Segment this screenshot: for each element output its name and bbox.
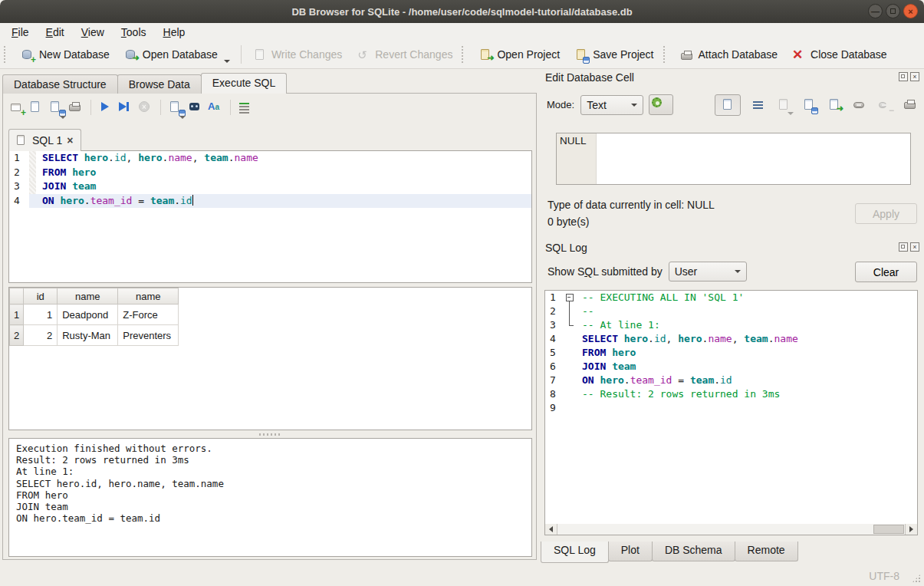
attach-database-button[interactable]: Attach Database: [672, 43, 785, 66]
code-line: 1-- EXECUTING ALL IN 'SQL 1': [545, 291, 917, 305]
tab-plot[interactable]: Plot: [608, 542, 653, 561]
code-line: 4SELECT hero.id, hero.name, team.name: [545, 332, 917, 346]
column-header-name1[interactable]: name: [58, 288, 118, 305]
code-line: 9: [545, 401, 917, 415]
export-cell-icon[interactable]: ➜: [827, 97, 842, 113]
cell-id[interactable]: 1: [24, 305, 58, 325]
code-line: 6JOIN team: [545, 360, 917, 374]
new-database-button[interactable]: + New Database: [13, 43, 117, 66]
menu-edit[interactable]: Edit: [38, 25, 73, 40]
close-button[interactable]: ×: [903, 4, 918, 18]
toolbar-handle[interactable]: [4, 46, 9, 63]
results-table[interactable]: id name name 1 1 Deadpond Z-Force 2 2 Ru…: [9, 288, 179, 346]
resize-grip[interactable]: [912, 574, 921, 583]
cell-team-name[interactable]: Z-Force: [118, 305, 179, 325]
menu-tools[interactable]: Tools: [113, 25, 155, 40]
tab-remote[interactable]: Remote: [735, 542, 798, 561]
sql-tab-label: SQL 1: [32, 134, 62, 146]
splitter-handle[interactable]: [8, 432, 532, 437]
titlebar[interactable]: DB Browser for SQLite - /home/user/code/…: [0, 0, 924, 23]
open-database-button[interactable]: ➜ Open Database: [117, 43, 237, 66]
toolbar-handle[interactable]: [462, 46, 467, 63]
column-header-name2[interactable]: name: [118, 288, 179, 305]
dock-float-icon[interactable]: [899, 72, 908, 81]
corner-header[interactable]: [10, 288, 24, 305]
tab-database-structure[interactable]: Database Structure: [2, 74, 118, 94]
dock-close-icon[interactable]: ×: [910, 242, 919, 252]
clear-log-button[interactable]: Clear: [855, 262, 917, 282]
open-database-dropdown-icon[interactable]: [224, 60, 230, 63]
maximize-button[interactable]: [886, 4, 900, 18]
row-header[interactable]: 1: [10, 305, 24, 325]
scroll-left-icon[interactable]: [545, 524, 557, 535]
word-wrap-icon[interactable]: [751, 97, 766, 113]
column-header-id[interactable]: id: [24, 288, 58, 305]
minimize-button[interactable]: —: [868, 4, 883, 18]
mode-select[interactable]: Text: [580, 95, 643, 115]
menu-help[interactable]: Help: [155, 25, 194, 40]
execute-line-icon[interactable]: [117, 100, 134, 115]
execute-sql-icon[interactable]: [97, 100, 114, 115]
scrollbar-thumb[interactable]: [873, 525, 904, 534]
sql-editor-tab[interactable]: SQL 1 ×: [8, 129, 81, 151]
auto-apply-button[interactable]: [649, 94, 673, 115]
close-database-button[interactable]: ✕ Close Database: [784, 43, 894, 66]
main-toolbar: + New Database ➜ Open Database Write Cha…: [0, 41, 924, 69]
table-row[interactable]: 2 2 Rusty-Man Preventers: [10, 325, 179, 346]
cell-hero-name[interactable]: Deadpond: [58, 305, 118, 325]
print-sql-icon[interactable]: [67, 100, 84, 115]
table-row[interactable]: 1 1 Deadpond Z-Force: [10, 305, 179, 325]
new-sql-tab-icon[interactable]: +: [8, 100, 25, 115]
tab-db-schema[interactable]: DB Schema: [652, 542, 735, 561]
cell-hero-name[interactable]: Rusty-Man: [58, 325, 118, 346]
execution-status-log[interactable]: Execution finished without errors. Resul…: [8, 438, 532, 557]
dock-close-icon[interactable]: ×: [910, 72, 919, 81]
text-mode-toggle[interactable]: [715, 94, 741, 116]
cell-team-name[interactable]: Preventers: [118, 325, 179, 346]
line-number: 5: [545, 346, 564, 360]
row-header[interactable]: 2: [10, 325, 24, 346]
sql-tab-close-icon[interactable]: ×: [67, 134, 73, 146]
encoding-indicator[interactable]: UTF-8: [869, 570, 899, 582]
sql-log-filter-select[interactable]: User: [669, 262, 747, 281]
code-line: 2FROM hero: [9, 166, 531, 180]
code-line: 1SELECT hero.id, hero.name, team.name: [9, 151, 531, 166]
toolbar-handle[interactable]: [663, 46, 669, 63]
code-line: 4ON hero.team_id = team.id: [9, 194, 531, 209]
horizontal-scrollbar[interactable]: [544, 524, 918, 535]
dock-float-icon[interactable]: [899, 242, 908, 252]
save-project-button[interactable]: Save Project: [567, 43, 660, 66]
open-project-button[interactable]: ➜ Open Project: [471, 43, 567, 66]
fold-marker[interactable]: [564, 291, 576, 305]
link-icon[interactable]: [852, 97, 867, 113]
window-title: DB Browser for SQLite - /home/user/code/…: [291, 6, 632, 18]
sql-editor[interactable]: 1SELECT hero.id, hero.name, team.name2FR…: [8, 150, 532, 283]
fold-marker: [564, 305, 576, 318]
cell-value-editor[interactable]: NULL: [556, 133, 911, 185]
format-text-icon[interactable]: Aa: [207, 100, 224, 115]
cell-editor-toolbar: ➜ −: [715, 94, 918, 116]
tab-sql-log[interactable]: SQL Log: [541, 542, 609, 563]
revert-changes-button: ↺ Revert Changes: [349, 43, 459, 66]
format-sql-icon[interactable]: [237, 100, 254, 115]
tab-browse-data[interactable]: Browse Data: [117, 74, 202, 94]
menu-file[interactable]: File: [3, 25, 38, 40]
import-cell-icon[interactable]: [801, 97, 817, 113]
scroll-right-icon[interactable]: [905, 524, 917, 535]
table-header-row: id name name: [10, 288, 179, 305]
show-sql-label: Show SQL submitted by: [547, 265, 663, 278]
find-icon[interactable]: [187, 100, 204, 115]
menu-view[interactable]: View: [73, 25, 113, 40]
tab-execute-sql[interactable]: Execute SQL: [201, 73, 288, 94]
line-number: 3: [545, 318, 564, 332]
dock-tab-bar: SQL Log Plot DB Schema Remote: [541, 542, 797, 563]
print-cell-icon[interactable]: [903, 97, 918, 113]
export-results-icon[interactable]: [167, 100, 184, 115]
code-line: 8-- Result: 2 rows returned in 3ms: [545, 387, 917, 401]
open-sql-file-icon[interactable]: [28, 100, 44, 115]
cell-id[interactable]: 2: [24, 325, 58, 346]
open-sql-in-tab-icon[interactable]: [48, 100, 64, 115]
sql-log-view[interactable]: 1-- EXECUTING ALL IN 'SQL 1'2--3-- At li…: [544, 290, 918, 535]
stop-execution-icon: ×: [137, 100, 154, 115]
fold-margin: [564, 332, 576, 346]
